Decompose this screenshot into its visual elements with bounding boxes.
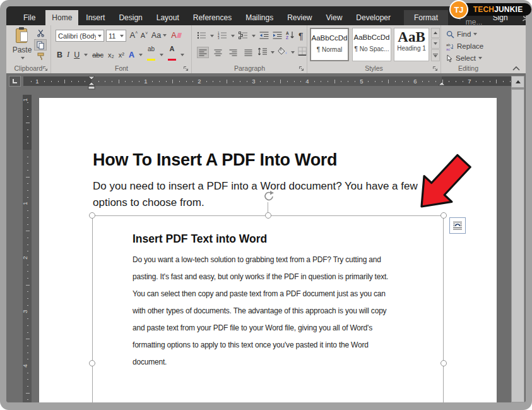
shrink-font-button[interactable]: A˅ — [139, 29, 149, 41]
increase-indent-button[interactable] — [273, 30, 282, 42]
tab-developer[interactable]: Developer — [350, 10, 397, 25]
line-spacing-caret[interactable] — [271, 51, 275, 54]
tab-design[interactable]: Design — [112, 10, 148, 25]
styles-more-button[interactable] — [431, 49, 440, 61]
scrollbar-thumb[interactable] — [511, 89, 524, 402]
h-ruler-number: 4 — [305, 78, 309, 85]
superscript-button[interactable]: x² — [119, 51, 124, 59]
tab-stop-selector[interactable] — [9, 76, 21, 87]
tab-insert[interactable]: Insert — [80, 10, 111, 25]
subscript-button[interactable]: x₂ — [108, 51, 114, 59]
select-button[interactable]: Select — [446, 52, 482, 64]
tab-references[interactable]: References — [187, 10, 238, 25]
borders-button[interactable] — [298, 47, 307, 58]
align-right-button[interactable] — [227, 47, 239, 58]
line-spacing-button[interactable] — [257, 47, 268, 58]
show-marks-button[interactable]: ¶ — [299, 31, 304, 41]
ruler-tick — [26, 177, 30, 178]
underline-caret[interactable] — [84, 54, 88, 56]
font-color-button[interactable]: A — [168, 46, 176, 63]
cut-button[interactable] — [34, 28, 47, 39]
decrease-indent-button[interactable] — [259, 30, 269, 42]
change-case-button[interactable]: Aa — [151, 29, 167, 41]
resize-handle-middle-right[interactable] — [440, 360, 447, 366]
multilevel-caret[interactable] — [252, 35, 256, 37]
v-ruler-number: 2 — [21, 256, 28, 259]
resize-handle-top-left[interactable] — [89, 212, 95, 219]
find-icon — [446, 30, 454, 39]
font-dialog-launcher[interactable] — [183, 66, 189, 72]
copy-icon — [37, 41, 44, 49]
ruler-tick — [27, 399, 28, 400]
font-color-caret[interactable] — [180, 54, 184, 56]
tab-home[interactable]: Home — [45, 10, 78, 25]
style-normal[interactable]: AaBbCcDd ¶ Normal — [310, 28, 349, 61]
ruler-tick — [27, 298, 28, 299]
tab-layout[interactable]: Layout — [150, 10, 186, 25]
tab-review[interactable]: Review — [281, 10, 318, 25]
styles-scroll-down-button[interactable] — [431, 39, 440, 49]
italic-button[interactable]: I — [67, 50, 69, 59]
paste-button[interactable]: Paste — [11, 28, 33, 63]
document-intro: Do you need to insert a PDF into a Word … — [93, 178, 422, 211]
vertical-ruler[interactable]: 1 1 2 3 4 — [23, 95, 32, 402]
replace-button[interactable]: abac Replace — [446, 40, 483, 52]
collapse-ribbon-button[interactable] — [512, 65, 521, 71]
replace-label: Replace — [457, 42, 483, 50]
clipboard-dialog-launcher[interactable] — [42, 66, 49, 72]
align-center-button[interactable] — [212, 47, 224, 58]
numbering-button[interactable]: 123 — [218, 30, 227, 42]
ruler-tick — [280, 80, 281, 83]
highlight-caret[interactable] — [160, 54, 163, 56]
tab-format[interactable]: Format — [404, 10, 448, 25]
sort-button[interactable]: AZ — [286, 30, 295, 42]
highlight-button[interactable]: ab — [147, 46, 155, 63]
embed-line: You can select then copy and paste text … — [133, 289, 410, 306]
multilevel-list-button[interactable] — [239, 30, 248, 42]
align-left-button[interactable] — [197, 47, 209, 58]
tab-view[interactable]: View — [320, 10, 349, 25]
hanging-indent-marker[interactable] — [88, 81, 95, 90]
resize-handle-middle-left[interactable] — [89, 360, 95, 366]
styles-dialog-launcher[interactable] — [432, 66, 439, 72]
scroll-up-button[interactable] — [511, 76, 524, 88]
styles-scroll-up-button[interactable] — [431, 28, 440, 38]
grow-font-button[interactable]: A˄ — [129, 29, 139, 41]
copy-button[interactable] — [34, 39, 47, 51]
first-line-indent-marker[interactable] — [88, 76, 95, 80]
text-effects-caret[interactable] — [139, 54, 143, 56]
tab-mailings[interactable]: Mailings — [239, 10, 280, 25]
ribbon: Paste Clipboard Calibri (Body) — [6, 25, 526, 73]
find-button[interactable]: Find — [446, 28, 477, 40]
paragraph-dialog-launcher[interactable] — [299, 66, 305, 72]
ruler-tick — [247, 81, 247, 82]
shading-caret[interactable] — [291, 51, 295, 54]
styles-group: AaBbCcDd ¶ Normal AaBbCcDd ¶ No Spac... … — [307, 25, 441, 73]
underline-button[interactable]: U — [74, 51, 80, 59]
ruler-tick — [402, 81, 403, 82]
align-left-icon — [199, 49, 207, 56]
ruler-tick — [27, 251, 28, 251]
tab-file[interactable]: File — [15, 10, 44, 25]
clear-formatting-button[interactable]: A — [170, 29, 182, 41]
svg-text:3: 3 — [218, 37, 220, 39]
bold-button[interactable]: B — [57, 51, 62, 59]
font-name-combo[interactable]: Calibri (Body) — [56, 30, 104, 42]
rotation-handle[interactable] — [263, 190, 275, 203]
strikethrough-button[interactable]: abc — [92, 51, 103, 59]
layout-options-button[interactable] — [449, 217, 466, 234]
bullets-button[interactable] — [197, 30, 206, 42]
format-painter-button[interactable] — [34, 51, 47, 62]
ruler-tick — [496, 80, 497, 83]
text-effects-button[interactable]: A — [129, 51, 134, 59]
bullets-caret[interactable] — [210, 35, 214, 37]
style-no-spacing[interactable]: AaBbCcDd ¶ No Spac... — [352, 28, 391, 61]
resize-handle-top-middle[interactable] — [265, 212, 271, 219]
justify-button[interactable] — [242, 47, 254, 58]
horizontal-ruler[interactable]: 1 1 2 3 4 5 6 7 — [23, 76, 516, 86]
ruler-tick — [105, 81, 105, 82]
font-size-combo[interactable]: 11 — [106, 30, 126, 42]
numbering-caret[interactable] — [231, 35, 235, 37]
shading-button[interactable] — [278, 47, 288, 58]
style-heading1[interactable]: AaB Heading 1 — [394, 28, 429, 61]
